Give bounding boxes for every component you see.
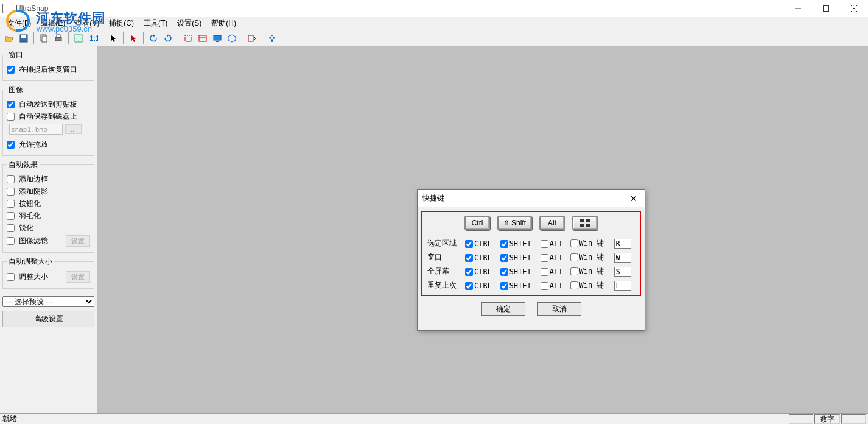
chk-win-1[interactable] [570, 253, 578, 261]
chk-shift-0[interactable] [500, 240, 508, 248]
pointer-red-icon[interactable] [127, 32, 140, 45]
filter-settings-button[interactable]: 设置 [66, 235, 90, 247]
chk-border[interactable] [7, 175, 15, 183]
key-letter-0[interactable] [614, 239, 631, 249]
hotkeys-table: 选定区域CTRLSHIFTALTWin 键窗口CTRLSHIFTALTWin 键… [426, 236, 636, 292]
chk-ctrl-2[interactable] [465, 268, 473, 276]
key-letter-3[interactable] [614, 281, 631, 291]
group-image-legend: 图像 [7, 85, 25, 95]
capture-screen-icon[interactable] [211, 32, 224, 45]
pointer-icon[interactable] [107, 32, 120, 45]
group-image: 图像 自动发送到剪贴板 自动保存到磁盘上 ... 允许拖放 [2, 85, 94, 156]
menu-tools[interactable]: 工具(T) [139, 17, 172, 30]
preset-select[interactable]: --- 选择预设 --- [2, 296, 94, 307]
capture-object-icon[interactable] [225, 32, 239, 45]
svg-rect-10 [75, 35, 82, 42]
svg-point-11 [77, 37, 80, 40]
menu-file[interactable]: 文件(F) [2, 17, 36, 30]
capture-region-icon[interactable] [181, 32, 195, 45]
copy-icon[interactable] [37, 32, 51, 45]
app-icon [2, 4, 12, 13]
chk-ctrl-1[interactable] [465, 254, 473, 262]
chk-auto-save[interactable] [7, 113, 15, 121]
title-bar: UltraSnap [0, 0, 868, 17]
svg-rect-7 [42, 36, 47, 42]
app-title: UltraSnap [16, 4, 48, 13]
hotkey-row-label: 全屏幕 [426, 264, 464, 278]
open-icon[interactable] [2, 32, 16, 45]
save-icon[interactable] [17, 32, 30, 45]
chk-auto-clipboard[interactable] [7, 101, 15, 108]
chk-sharpen[interactable] [7, 224, 15, 232]
status-cell-3 [841, 414, 866, 424]
menu-bar: 文件(F) 编辑(E) 查看(V) 捕捉(C) 工具(T) 设置(S) 帮助(H… [0, 17, 868, 30]
group-resize-legend: 自动调整大小 [7, 256, 54, 267]
chk-alt-1[interactable] [541, 254, 548, 262]
chk-ctrl-0[interactable] [465, 240, 473, 248]
key-letter-1[interactable] [614, 253, 631, 263]
group-effects-legend: 自动效果 [7, 160, 40, 170]
chk-feather[interactable] [7, 212, 15, 220]
ok-button[interactable]: 确定 [481, 302, 525, 316]
zoom-fit-icon[interactable] [72, 32, 85, 45]
key-letter-2[interactable] [614, 267, 631, 277]
chk-alt-0[interactable] [541, 240, 548, 248]
undo-icon[interactable] [147, 32, 160, 45]
chk-allow-drag[interactable] [7, 141, 15, 149]
resize-settings-button[interactable]: 设置 [66, 271, 90, 283]
advanced-settings-button[interactable]: 高级设置 [2, 311, 94, 327]
menu-help[interactable]: 帮助(H) [206, 17, 241, 30]
keycap-alt: Alt [539, 216, 565, 230]
chk-win-0[interactable] [570, 239, 578, 247]
chk-shift-2[interactable] [500, 268, 508, 276]
svg-rect-13 [185, 35, 191, 41]
chk-shift-3[interactable] [500, 282, 508, 290]
menu-view[interactable]: 查看(V) [70, 17, 104, 30]
dialog-title-bar[interactable]: 快捷键 ✕ [418, 190, 645, 207]
redo-icon[interactable] [161, 32, 175, 45]
chk-alt-3[interactable] [541, 282, 548, 290]
hotkey-row-label: 窗口 [426, 250, 464, 264]
menu-edit[interactable]: 编辑(E) [36, 17, 70, 30]
chk-win-3[interactable] [570, 281, 578, 289]
svg-rect-17 [216, 41, 219, 42]
chk-ctrl-3[interactable] [465, 282, 473, 290]
chk-shift-1[interactable] [500, 254, 508, 262]
toolbar: 1:1 [0, 30, 868, 46]
menu-settings[interactable]: 设置(S) [172, 17, 206, 30]
svg-rect-14 [199, 35, 206, 41]
chk-alt-2[interactable] [541, 268, 548, 276]
dialog-close-button[interactable]: ✕ [628, 194, 640, 203]
hotkey-row-label: 重复上次 [426, 278, 464, 292]
maximize-button[interactable] [812, 0, 840, 17]
svg-rect-5 [21, 35, 26, 38]
capture-repeat-icon[interactable] [245, 32, 259, 45]
hotkeys-highlight-box: Ctrl ⇧Shift Alt 选定区域CTRLSHIFTALTWin 键窗口C… [421, 211, 641, 296]
group-resize: 自动调整大小 调整大小 设置 [2, 256, 94, 289]
print-icon[interactable] [52, 32, 65, 45]
status-ready: 就绪 [2, 414, 17, 424]
hotkey-row: 全屏幕CTRLSHIFTALTWin 键 [426, 264, 636, 278]
svg-rect-16 [214, 35, 221, 40]
chk-shadow[interactable] [7, 188, 15, 196]
svg-rect-8 [55, 37, 61, 41]
zoom-actual-icon[interactable]: 1:1 [86, 32, 100, 45]
menu-capture[interactable]: 捕捉(C) [104, 17, 139, 30]
group-effects: 自动效果 添加边框 添加阴影 按钮化 羽毛化 锐化 图像滤镜 设置 [2, 160, 94, 253]
chk-restore-window[interactable] [7, 66, 15, 74]
minimize-button[interactable] [784, 0, 812, 17]
window-controls [784, 0, 868, 17]
chk-win-2[interactable] [570, 267, 578, 275]
pin-icon[interactable] [265, 32, 279, 45]
filename-field[interactable] [9, 124, 63, 135]
dialog-title: 快捷键 [422, 193, 444, 203]
chk-button[interactable] [7, 200, 15, 208]
chk-resize[interactable] [7, 273, 15, 281]
chk-filter[interactable] [7, 237, 15, 245]
capture-window-icon[interactable] [196, 32, 209, 45]
close-button[interactable] [840, 0, 868, 17]
browse-button[interactable]: ... [65, 124, 82, 134]
cancel-button[interactable]: 取消 [537, 302, 581, 316]
hotkeys-dialog: 快捷键 ✕ Ctrl ⇧Shift Alt 选定区域CTRLSHIFTALTWi… [417, 189, 645, 331]
keycap-shift: ⇧Shift [497, 216, 532, 230]
